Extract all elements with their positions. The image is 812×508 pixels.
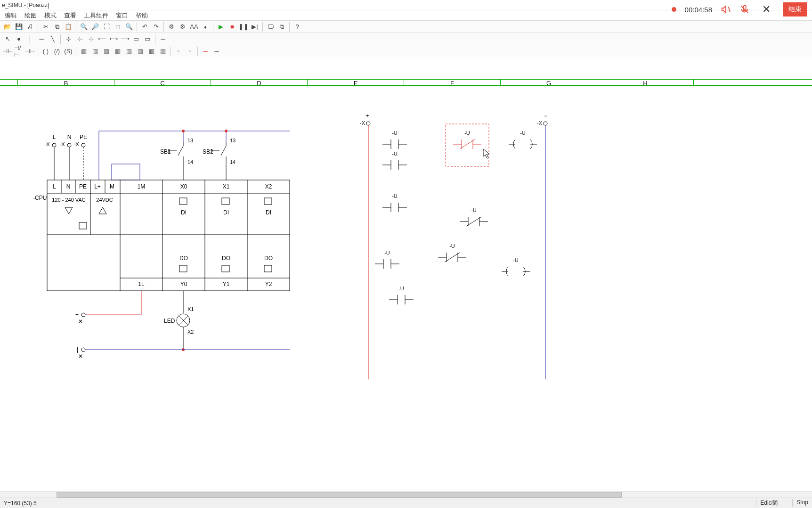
schematic-canvas[interactable]: B C D E F G H L N PE -X -X -X (0, 57, 812, 490)
h-scroll-thumb[interactable] (57, 492, 622, 498)
svg-line-33 (221, 146, 226, 156)
svg-point-93 (81, 348, 85, 352)
coil3-button[interactable]: (S) (63, 46, 73, 57)
snap4-button[interactable]: ⟵ (97, 34, 107, 44)
status-coords: Y=160 (53) 5 (4, 500, 37, 507)
pointer-button[interactable]: ↖ (2, 34, 13, 44)
plc3-button[interactable]: ▥ (101, 46, 112, 57)
plc-block[interactable]: -CPU L N PE L+ M 1M X0 X1 (33, 180, 290, 291)
stop-button[interactable]: ■ (227, 22, 237, 32)
pause-button[interactable]: ❚❚ (238, 22, 249, 32)
contact-no-3[interactable]: -U (375, 250, 399, 269)
zoom-out-button[interactable]: 🔎 (90, 22, 100, 32)
contact-no-2[interactable]: -U (382, 193, 407, 212)
end-recording-button[interactable]: 结束 (783, 2, 807, 16)
screens-button[interactable]: ⧉ (276, 22, 287, 32)
tool-b-button[interactable]: ⚙ (178, 22, 188, 32)
redo-button[interactable]: ↷ (151, 22, 161, 32)
help-button[interactable]: ? (292, 22, 302, 32)
box2-button[interactable]: ▭ (142, 34, 153, 44)
sb2-switch[interactable]: SB2 13 14 (203, 138, 235, 180)
menu-window[interactable]: 窗口 (113, 10, 131, 20)
contact-no-button[interactable]: ⊣⊢ (2, 46, 13, 57)
plc8-button[interactable]: ▥ (158, 46, 168, 57)
contact-no-1b[interactable]: -U (382, 151, 407, 170)
term1-button[interactable]: ◦ (173, 46, 184, 57)
snap3-button[interactable]: ⊹ (86, 34, 96, 44)
line-v-button[interactable]: │ (25, 34, 35, 44)
step-button[interactable]: ▶| (250, 22, 260, 32)
plc4-button[interactable]: ▥ (113, 46, 123, 57)
tool-d-button[interactable]: ⬧ (200, 22, 211, 32)
zoom-window-button[interactable]: ◻ (113, 22, 123, 32)
menu-edit[interactable]: 编辑 (2, 10, 20, 20)
menu-view[interactable]: 查看 (61, 10, 79, 20)
coil-1[interactable]: -U (509, 130, 537, 149)
toolbar-draw: ↖ ● │ ─ ╲ ⊹ ⊹ ⊹ ⟵ ⟷ ⟶ ▭ ▭ ─ (0, 33, 812, 45)
term2-button[interactable]: ◦ (185, 46, 195, 57)
record-timer: 00:04:58 (685, 6, 712, 14)
snap5-button[interactable]: ⟷ (108, 34, 119, 44)
monitor-button[interactable]: 🖵 (265, 22, 276, 32)
snap1-button[interactable]: ⊹ (63, 34, 73, 44)
sb1-switch[interactable]: SB1 13 14 (160, 138, 193, 180)
zoom-fit-button[interactable]: ⛶ (101, 22, 112, 32)
svg-text:120 - 240 VAC: 120 - 240 VAC (52, 197, 85, 203)
menu-mode[interactable]: 模式 (41, 10, 59, 20)
find-button[interactable]: 🔍 (124, 22, 134, 32)
wire-button[interactable]: ─ (158, 34, 168, 44)
contact-nc-selected[interactable]: -U (453, 130, 481, 149)
contact-nc-button[interactable]: ⊣/⊢ (14, 46, 24, 57)
box1-button[interactable]: ▭ (131, 34, 141, 44)
wire-blk-button[interactable]: ─ (211, 46, 222, 57)
plc7-button[interactable]: ▥ (146, 46, 157, 57)
svg-text:Y0: Y0 (180, 281, 187, 287)
menu-tools[interactable]: 工具组件 (81, 10, 111, 20)
svg-text:-U: -U (471, 207, 477, 213)
plc5-button[interactable]: ▥ (124, 46, 134, 57)
led-branch[interactable]: X1 LED X2 (164, 291, 194, 351)
snap6-button[interactable]: ⟶ (120, 34, 130, 44)
undo-button[interactable]: ↶ (139, 22, 150, 32)
menu-draw[interactable]: 绘图 (22, 10, 40, 20)
close-button[interactable]: ✕ (758, 3, 774, 16)
svg-text:PE: PE (79, 183, 87, 190)
plc6-button[interactable]: ▥ (135, 46, 146, 57)
tool-a-button[interactable]: ⚙ (166, 22, 177, 32)
line-diag-button[interactable]: ╲ (48, 34, 58, 44)
line-h-button[interactable]: ─ (36, 34, 47, 44)
plc1-button[interactable]: ▥ (79, 46, 89, 57)
menu-help[interactable]: 帮助 (133, 10, 151, 20)
contact-nc-2[interactable]: -U (460, 207, 488, 226)
save-button[interactable]: 💾 (14, 22, 24, 32)
node-button[interactable]: ● (14, 34, 24, 44)
coil1-button[interactable]: ( ) (41, 46, 51, 57)
mute-mic-icon[interactable] (739, 4, 750, 15)
play-button[interactable]: ▶ (216, 22, 226, 32)
coil2-button[interactable]: (/) (52, 46, 62, 57)
print-button[interactable]: 🖨 (25, 22, 35, 32)
svg-point-9 (52, 143, 56, 147)
svg-text:DO: DO (264, 255, 273, 262)
plc2-button[interactable]: ▥ (90, 46, 100, 57)
open-button[interactable]: 📂 (2, 22, 13, 32)
contact-no-4[interactable]: -U (389, 286, 414, 304)
svg-text:14: 14 (230, 159, 235, 165)
svg-text:+: + (365, 113, 369, 119)
coil-2[interactable]: -U (502, 257, 530, 276)
tool-c-button[interactable]: AA (189, 22, 199, 32)
mute-audio-icon[interactable] (721, 4, 731, 15)
svg-text:N: N (67, 134, 72, 140)
paste-button[interactable]: 📋 (63, 22, 73, 32)
cut-button[interactable]: ✂ (41, 22, 51, 32)
snap2-button[interactable]: ⊹ (74, 34, 85, 44)
canvas-viewport[interactable]: B C D E F G H L N PE -X -X -X (0, 57, 812, 494)
contact-no-1[interactable]: -U (382, 130, 407, 149)
h-scrollbar[interactable] (0, 491, 812, 498)
copy-button[interactable]: ⧉ (52, 22, 62, 32)
zoom-in-button[interactable]: 🔍 (79, 22, 89, 32)
wire-red-button[interactable]: ─ (200, 46, 211, 57)
toolbar-main: 📂 💾 🖨 ✂ ⧉ 📋 🔍 🔎 ⛶ ◻ 🔍 ↶ ↷ ⚙ ⚙ AA ⬧ ▶ ■ ❚… (0, 21, 812, 33)
contact3-button[interactable]: ⊣⊢ (25, 46, 35, 57)
contact-nc-3[interactable]: -U (438, 243, 466, 262)
